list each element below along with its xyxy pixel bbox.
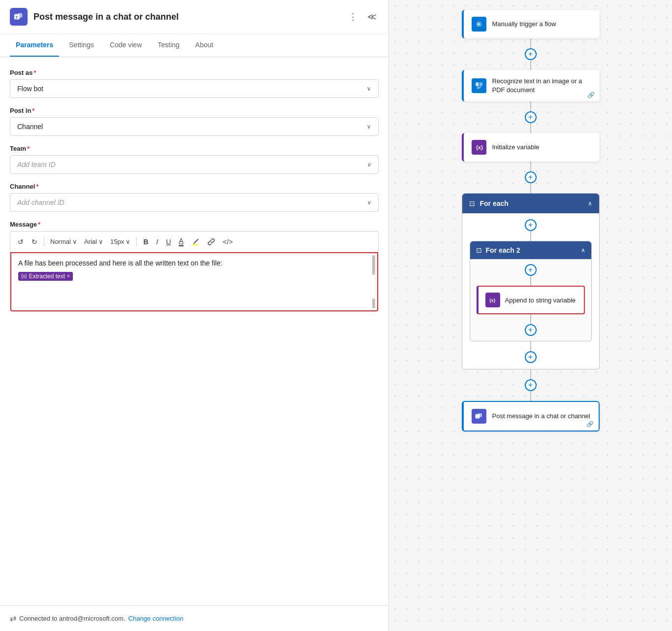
add-step-button-2[interactable]: + <box>525 111 537 123</box>
connection-icon: ⇄ <box>10 614 16 623</box>
foreach2-container: ⊡ For each 2 ∧ + <box>470 241 592 341</box>
append-icon: {x} <box>485 293 500 307</box>
tag-variable-icon: {x} <box>21 273 27 279</box>
editor-toolbar: ↺ ↻ Normal ∨ Arial ∨ 15px ∨ <box>10 232 378 252</box>
foreach2-header[interactable]: ⊡ For each 2 ∧ <box>470 241 591 259</box>
separator-2 <box>136 237 137 246</box>
foreach2-icon: ⊡ <box>476 246 482 254</box>
svg-rect-6 <box>479 82 482 86</box>
svg-text:{x}: {x} <box>489 298 496 303</box>
connector-1: + <box>525 38 537 70</box>
font-style-select[interactable]: Normal ∨ <box>48 237 79 246</box>
connector-4: + <box>525 369 537 401</box>
team-label: Team* <box>10 145 379 152</box>
post-message-node[interactable]: Post message in a chat or channel 🔗 <box>462 401 600 432</box>
tab-code-view[interactable]: Code view <box>104 34 148 57</box>
more-options-button[interactable]: ⋮ <box>347 9 359 24</box>
add-step-after-foreach2-button[interactable]: + <box>525 351 537 363</box>
add-step-foreach2-button[interactable]: + <box>525 264 537 276</box>
change-connection-link[interactable]: Change connection <box>128 615 184 622</box>
foreach-chevron-icon[interactable]: ∧ <box>588 200 592 207</box>
link-button[interactable] <box>205 236 218 247</box>
post-as-group: Post as* Flow bot ∨ <box>10 69 379 98</box>
foreach2-chevron-icon[interactable]: ∧ <box>581 247 585 254</box>
connector-foreach2-inner: + <box>525 264 537 286</box>
font-size-chevron-icon: ∨ <box>126 238 130 245</box>
team-select[interactable]: Add team ID ∨ <box>10 155 379 174</box>
ocr-node[interactable]: Recognize text in an image or a PDF docu… <box>462 70 600 101</box>
post-in-select[interactable]: Channel ∨ <box>10 117 379 136</box>
post-in-chevron-icon: ∨ <box>367 123 371 130</box>
add-step-after-append-button[interactable]: + <box>525 324 537 336</box>
foreach-container: ⊡ For each ∧ + ⊡ For each 2 ∧ <box>462 193 600 369</box>
channel-select[interactable]: Add channel ID ∨ <box>10 193 379 212</box>
flow-canvas: Manually trigger a flow + Recognize text… <box>389 0 672 631</box>
foreach2-label: For each 2 <box>486 246 577 254</box>
message-editor: ↺ ↻ Normal ∨ Arial ∨ 15px ∨ <box>10 231 379 312</box>
post-as-chevron-icon: ∨ <box>367 85 371 92</box>
connector-line <box>530 162 531 171</box>
variable-label: Initialize variable <box>492 143 592 152</box>
editor-body[interactable]: A file has been processed and here is al… <box>10 252 378 311</box>
separator-1 <box>44 237 44 246</box>
font-style-chevron-icon: ∨ <box>72 238 77 245</box>
variable-node[interactable]: {x} Initialize variable <box>462 133 600 162</box>
strikethrough-button[interactable]: A <box>176 235 186 248</box>
connector-line <box>530 341 531 351</box>
underline-button[interactable]: U <box>163 236 173 247</box>
font-family-chevron-icon: ∨ <box>98 238 103 245</box>
tab-settings[interactable]: Settings <box>63 34 100 57</box>
channel-label: Channel* <box>10 183 379 190</box>
panel-footer: ⇄ Connected to antrod@microsoft.com. Cha… <box>0 605 388 631</box>
undo-button[interactable]: ↺ <box>15 236 26 247</box>
trigger-label: Manually trigger a flow <box>492 20 592 29</box>
link-icon: 🔗 <box>587 92 595 99</box>
connector-after-foreach2: + <box>525 341 537 363</box>
foreach-label: For each <box>480 199 583 207</box>
post-in-group: Post in* Channel ∨ <box>10 107 379 136</box>
tag-close-button[interactable]: × <box>67 273 70 279</box>
collapse-button[interactable]: ≪ <box>365 9 379 24</box>
highlight-button[interactable] <box>189 236 202 247</box>
tab-parameters[interactable]: Parameters <box>10 34 59 57</box>
message-group: Message* ↺ ↻ Normal ∨ Arial ∨ <box>10 221 379 312</box>
font-size-select[interactable]: 15px ∨ <box>108 237 132 246</box>
tag-label: Extracted text <box>29 273 65 280</box>
redo-button[interactable]: ↻ <box>29 236 40 247</box>
add-step-button-3[interactable]: + <box>525 171 537 183</box>
add-step-button-1[interactable]: + <box>525 48 537 60</box>
bold-button[interactable]: B <box>141 236 151 247</box>
ocr-label: Recognize text in an image or a PDF docu… <box>492 77 592 95</box>
post-as-select[interactable]: Flow bot ∨ <box>10 79 379 98</box>
channel-group: Channel* Add channel ID ∨ <box>10 183 379 212</box>
foreach2-body: + {x} Append to string variable <box>470 259 591 341</box>
message-label: Message* <box>10 221 379 228</box>
font-family-select[interactable]: Arial ∨ <box>82 237 105 246</box>
post-as-label: Post as* <box>10 69 379 76</box>
form-content: Post as* Flow bot ∨ Post in* Channel ∨ T… <box>0 57 388 605</box>
tab-testing[interactable]: Testing <box>152 34 185 57</box>
connector-line <box>530 231 531 241</box>
team-chevron-icon: ∨ <box>367 161 371 168</box>
connector-after-append: + <box>525 314 537 336</box>
trigger-node[interactable]: Manually trigger a flow <box>462 10 600 38</box>
panel-header: T Post message in a chat or channel ⋮ ≪ <box>0 0 388 34</box>
add-step-foreach-button[interactable]: + <box>525 219 537 231</box>
dynamic-tag-extracted-text[interactable]: {x} Extracted text × <box>18 272 73 281</box>
connector-line <box>530 38 531 48</box>
add-step-button-4[interactable]: + <box>525 379 537 391</box>
scrollbar-right[interactable] <box>372 255 375 275</box>
panel-title: Post message in a chat or channel <box>33 12 347 22</box>
code-button[interactable]: </> <box>221 236 235 247</box>
svg-text:T: T <box>16 15 18 20</box>
italic-button[interactable]: I <box>154 236 160 247</box>
foreach-header[interactable]: ⊡ For each ∧ <box>462 194 599 213</box>
connector-3: + <box>525 162 537 193</box>
post-message-link-icon: 🔗 <box>586 421 594 428</box>
tab-about[interactable]: About <box>190 34 220 57</box>
append-node[interactable]: {x} Append to string variable <box>477 286 585 314</box>
ocr-icon <box>472 78 486 93</box>
scrollbar-bottom[interactable] <box>372 299 375 308</box>
post-message-label: Post message in a chat or channel <box>492 412 591 421</box>
tabs-bar: Parameters Settings Code view Testing Ab… <box>0 34 388 57</box>
